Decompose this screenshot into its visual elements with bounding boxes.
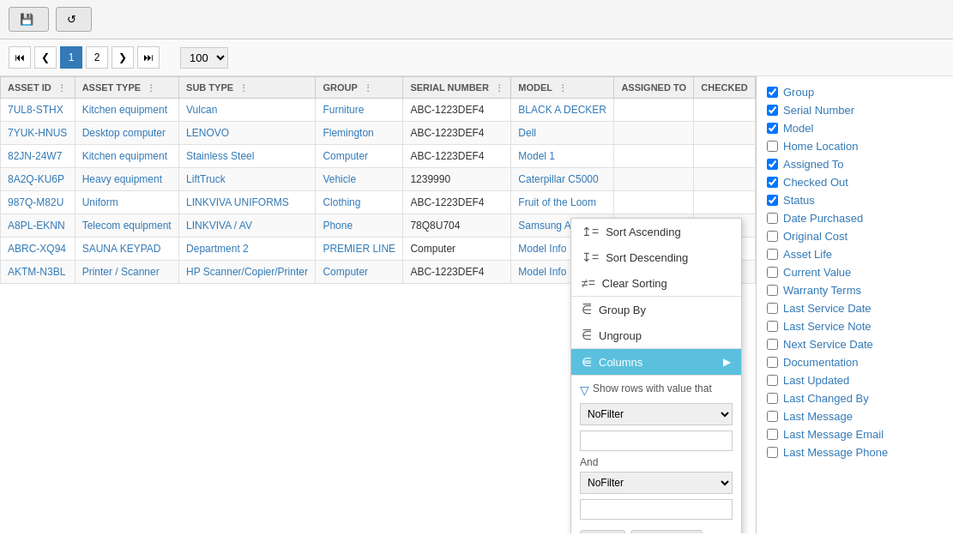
cell-asset_id[interactable]: 8A2Q-KU6P [1, 168, 75, 191]
label-asset_life[interactable]: Asset Life [783, 248, 832, 261]
checkbox-status[interactable] [767, 195, 778, 206]
grid-wrapper[interactable]: ASSET ID ⋮ ASSET TYPE ⋮ SUB TYPE ⋮ GROUP… [0, 76, 756, 533]
cell-link-model[interactable]: BLACK A DECKER [518, 104, 606, 116]
cell-asset_type[interactable]: Uniform [75, 191, 178, 214]
cell-link-sub_type[interactable]: Stainless Steel [186, 150, 254, 162]
label-group[interactable]: Group [783, 86, 814, 99]
checkbox-last_changed_by[interactable] [767, 393, 778, 404]
clear-sorting-item[interactable]: ≠= Clear Sorting [571, 270, 741, 296]
cell-link-group[interactable]: Computer [323, 266, 368, 278]
checkbox-serial_number[interactable] [767, 105, 778, 116]
cell-asset_type[interactable]: Telecom equipment [75, 214, 178, 238]
checkbox-group[interactable] [767, 87, 778, 98]
label-serial_number[interactable]: Serial Number [783, 104, 854, 117]
label-last_message_email[interactable]: Last Message Email [783, 428, 884, 441]
cell-link-model[interactable]: Model 1 [518, 150, 555, 162]
filter-condition-select-2[interactable]: NoFilter IsEqualTo IsNotEqualTo Contains… [580, 472, 733, 494]
right-panel-item-original_cost[interactable]: Original Cost [767, 227, 943, 245]
right-panel-item-status[interactable]: Status [767, 191, 943, 209]
label-last_changed_by[interactable]: Last Changed By [783, 392, 869, 405]
right-panel-item-documentation[interactable]: Documentation [767, 353, 943, 371]
cell-sub_type[interactable]: LINKVIVA UNIFORMS [179, 191, 316, 214]
cell-link-sub_type[interactable]: LENOVO [186, 127, 229, 139]
cell-link-asset_id[interactable]: ABRC-XQ94 [8, 243, 66, 255]
right-panel-item-date_purchased[interactable]: Date Purchased [767, 209, 943, 227]
label-last_message_phone[interactable]: Last Message Phone [783, 446, 888, 459]
checkbox-warranty_terms[interactable] [767, 285, 778, 296]
page-size-select[interactable]: 100 50 25 [180, 47, 228, 69]
right-panel-item-checked_out[interactable]: Checked Out [767, 173, 943, 191]
right-panel-item-last_changed_by[interactable]: Last Changed By [767, 389, 943, 407]
right-panel-item-last_message_email[interactable]: Last Message Email [767, 425, 943, 443]
right-panel-item-last_service_date[interactable]: Last Service Date [767, 299, 943, 317]
checkbox-checked_out[interactable] [767, 177, 778, 188]
cell-link-group[interactable]: Vehicle [323, 173, 356, 185]
cell-asset_type[interactable]: Printer / Scanner [75, 261, 178, 284]
first-page-button[interactable]: ⏮ [9, 46, 31, 69]
cell-link-asset_id[interactable]: 8A2Q-KU6P [8, 173, 64, 185]
cell-link-asset_type[interactable]: SAUNA KEYPAD [82, 243, 161, 255]
cell-asset_id[interactable]: 82JN-24W7 [1, 145, 75, 168]
cell-model[interactable]: Dell [511, 122, 614, 145]
right-panel-item-last_updated[interactable]: Last Updated [767, 371, 943, 389]
last-page-button[interactable]: ⏭ [137, 46, 160, 69]
cell-link-model[interactable]: Dell [518, 127, 536, 139]
col-sub-type[interactable]: SUB TYPE ⋮ [179, 77, 316, 99]
cell-link-asset_type[interactable]: Kitchen equipment [82, 104, 167, 116]
cell-link-model[interactable]: Model Info [518, 266, 566, 278]
checkbox-last_service_date[interactable] [767, 303, 778, 314]
cell-link-asset_id[interactable]: AKTM-N3BL [8, 266, 65, 278]
label-current_value[interactable]: Current Value [783, 266, 851, 279]
right-panel-item-current_value[interactable]: Current Value [767, 263, 943, 281]
cell-link-asset_id[interactable]: A8PL-EKNN [8, 220, 65, 232]
cell-sub_type[interactable]: LENOVO [179, 122, 316, 145]
cell-sub_type[interactable]: Vulcan [179, 99, 316, 122]
label-date_purchased[interactable]: Date Purchased [783, 212, 863, 225]
checkbox-next_service_date[interactable] [767, 339, 778, 350]
col-model[interactable]: MODEL ⋮ [511, 77, 614, 99]
checkbox-last_service_note[interactable] [767, 321, 778, 332]
cell-link-asset_id[interactable]: 7YUK-HNUS [8, 127, 67, 139]
cell-link-group[interactable]: Computer [323, 150, 368, 162]
next-page-button[interactable]: ❯ [112, 46, 134, 69]
cell-asset_id[interactable]: A8PL-EKNN [1, 214, 75, 238]
checkbox-last_message_email[interactable] [767, 429, 778, 440]
checkbox-documentation[interactable] [767, 357, 778, 368]
sort-ascending-item[interactable]: ↥= Sort Ascending [571, 219, 741, 244]
cell-asset_id[interactable]: 7UL8-STHX [1, 99, 75, 122]
cell-link-sub_type[interactable]: LINKVIVA / AV [186, 220, 252, 232]
label-last_service_note[interactable]: Last Service Note [783, 320, 872, 333]
label-model[interactable]: Model [783, 122, 813, 135]
cell-model[interactable]: Model 1 [511, 145, 614, 168]
cell-sub_type[interactable]: LiftTruck [179, 168, 316, 191]
checkbox-home_location[interactable] [767, 141, 778, 152]
right-panel-item-assigned_to[interactable]: Assigned To [767, 155, 943, 173]
sort-descending-item[interactable]: ↧= Sort Descending [571, 244, 741, 270]
right-panel-item-next_service_date[interactable]: Next Service Date [767, 335, 943, 353]
right-panel-item-warranty_terms[interactable]: Warranty Terms [767, 281, 943, 299]
filter-value-input-2[interactable] [580, 499, 733, 520]
cell-asset_id[interactable]: 987Q-M82U [1, 191, 75, 214]
cell-link-asset_type[interactable]: Kitchen equipment [82, 150, 167, 162]
right-panel-item-last_message_phone[interactable]: Last Message Phone [767, 443, 943, 461]
label-checked_out[interactable]: Checked Out [783, 176, 848, 189]
cell-group[interactable]: Vehicle [316, 168, 403, 191]
cell-asset_id[interactable]: 7YUK-HNUS [1, 122, 75, 145]
cell-group[interactable]: Phone [316, 214, 403, 238]
right-panel-item-group[interactable]: Group [767, 83, 943, 101]
page-1-button[interactable]: 1 [60, 46, 82, 69]
cell-link-asset_type[interactable]: Telecom equipment [82, 220, 172, 232]
cell-link-asset_type[interactable]: Printer / Scanner [82, 266, 160, 278]
cell-link-group[interactable]: Flemington [323, 127, 373, 139]
cell-group[interactable]: Clothing [316, 191, 403, 214]
right-panel-item-last_message[interactable]: Last Message [767, 407, 943, 425]
cell-link-model[interactable]: Samsung A5 [518, 220, 576, 232]
cell-link-group[interactable]: Clothing [323, 196, 360, 208]
cell-sub_type[interactable]: LINKVIVA / AV [179, 214, 316, 238]
cell-asset_type[interactable]: Desktop computer [75, 122, 178, 145]
cell-model[interactable]: BLACK A DECKER [511, 99, 614, 122]
cell-group[interactable]: Computer [316, 261, 403, 284]
cell-asset_type[interactable]: Kitchen equipment [75, 99, 178, 122]
checkbox-original_cost[interactable] [767, 231, 778, 242]
label-assigned_to[interactable]: Assigned To [783, 158, 844, 171]
